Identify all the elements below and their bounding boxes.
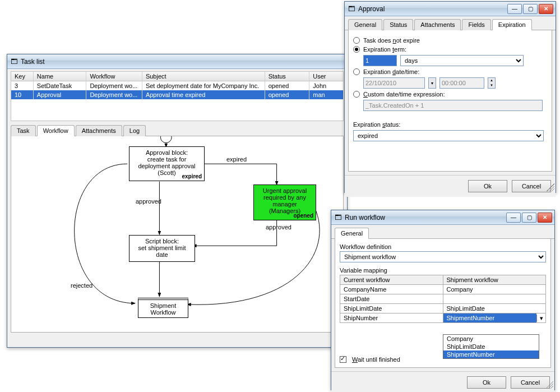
resize-grip[interactable] <box>547 183 554 191</box>
workflow-diagram[interactable]: Approval block: create task for deployme… <box>11 136 344 333</box>
expiration-status-select[interactable]: expired <box>353 130 544 141</box>
node-urgent-approval[interactable]: Urgent approval required by any manager … <box>253 185 316 220</box>
time-spinner[interactable]: ▲▼ <box>488 77 496 89</box>
dropdown-option[interactable]: ShipmentNumber <box>443 351 539 358</box>
varmap-row[interactable]: StartDate <box>340 294 546 304</box>
cancel-button[interactable]: Cancel <box>512 180 551 192</box>
varmap-selected-value: ShipmentNumber <box>443 313 537 322</box>
varmap-cell-left: StartDate <box>340 294 443 304</box>
time-input[interactable] <box>439 77 484 89</box>
close-button[interactable]: ✕ <box>538 213 552 223</box>
run-workflow-title: Run workflow <box>345 214 506 222</box>
radio-datetime[interactable] <box>353 68 360 75</box>
col-key[interactable]: Key <box>11 72 34 81</box>
approval-tabstrip: General Status Attachments Fields Expira… <box>345 16 556 30</box>
resize-grip[interactable] <box>545 381 553 389</box>
varmap-row[interactable]: CompanyName Company <box>340 285 546 294</box>
run-workflow-pane: Workflow definition Shipment workflow Va… <box>335 239 551 368</box>
node-line: set shipment limit <box>138 245 186 251</box>
expiration-pane: Task does not expire Expiration term: da… <box>348 30 552 172</box>
cell-workflow: Deployment wo... <box>86 81 142 90</box>
varmap-row[interactable]: ShipLimitDate ShipLimitDate <box>340 304 546 313</box>
cell-subject: Approval time expired <box>142 90 265 99</box>
varmap-cell-right[interactable] <box>443 294 546 304</box>
varmap-cell-right[interactable]: Company <box>443 285 546 294</box>
label-workflow-definition: Workflow definition <box>340 243 546 250</box>
wait-checkbox[interactable] <box>340 356 346 363</box>
tab-expiration[interactable]: Expiration <box>492 19 532 30</box>
cancel-button[interactable]: Cancel <box>511 376 550 389</box>
task-list-titlebar[interactable]: 🗔 Task list <box>7 54 347 69</box>
label-wait: Wait until finished <box>352 356 400 363</box>
tab-log[interactable]: Log <box>123 125 146 136</box>
cell-subject: Set deployment date for MyCompany Inc. <box>142 81 265 90</box>
varmap-cell-left: CompanyName <box>340 285 443 294</box>
cell-workflow: Deployment wo... <box>86 90 142 99</box>
approval-buttons: Ok Cancel <box>345 175 556 197</box>
node-line: create task for <box>147 156 187 163</box>
col-user[interactable]: User <box>309 72 343 81</box>
dropdown-option[interactable]: Company <box>443 335 539 343</box>
tab-fields[interactable]: Fields <box>462 19 490 30</box>
minimize-button[interactable]: — <box>507 4 522 14</box>
custom-expression-input[interactable] <box>363 100 543 111</box>
label-not-expire: Task does not expire <box>363 37 420 44</box>
varmap-cell-left: ShipNumber <box>340 313 443 323</box>
varmap-dropdown[interactable]: Company ShipLimitDate ShipmentNumber <box>443 334 539 359</box>
varmap-cell-right[interactable]: ShipLimitDate <box>443 304 546 313</box>
varmap-row[interactable]: ShipNumber ShipmentNumber ▾ <box>340 313 546 323</box>
ok-button[interactable]: Ok <box>468 180 507 192</box>
col-subject[interactable]: Subject <box>142 72 265 81</box>
node-approval-block[interactable]: Approval block: create task for deployme… <box>129 146 205 181</box>
task-grid-header: Key Name Workflow Subject Status User <box>11 72 343 81</box>
varmap-cell-right-active[interactable]: ShipmentNumber ▾ <box>443 313 546 323</box>
approval-title: Approval <box>358 5 507 13</box>
node-line: Workflow <box>150 309 175 316</box>
col-workflow[interactable]: Workflow <box>86 72 142 81</box>
tab-general[interactable]: General <box>335 228 369 239</box>
cell-name: Approval <box>34 90 87 99</box>
tab-workflow[interactable]: Workflow <box>37 125 75 136</box>
svg-point-0 <box>160 136 172 143</box>
cell-user: John <box>309 81 343 90</box>
tab-task[interactable]: Task <box>11 125 36 136</box>
dropdown-option[interactable]: ShipLimitDate <box>443 343 539 351</box>
tab-status[interactable]: Status <box>383 19 413 30</box>
node-script-block[interactable]: Script block: set shipment limit date <box>129 235 195 262</box>
node-line: Urgent approval <box>263 187 307 194</box>
radio-not-expire[interactable] <box>353 37 360 44</box>
close-button[interactable]: ✕ <box>539 4 553 14</box>
label-custom: Custom date/time expression: <box>363 91 445 98</box>
radio-term[interactable] <box>353 46 360 53</box>
node-line: (Scott) <box>158 169 175 176</box>
term-value-input[interactable] <box>363 55 397 66</box>
tab-general[interactable]: General <box>348 19 382 30</box>
run-workflow-titlebar[interactable]: 🗔 Run workflow — ▢ ✕ <box>331 210 554 225</box>
node-state: expired <box>182 173 202 179</box>
dialog-icon: 🗔 <box>334 213 343 222</box>
varmap-header-right[interactable]: Shipment workflow <box>443 275 546 285</box>
node-line: date <box>156 251 168 258</box>
maximize-button[interactable]: ▢ <box>522 213 536 223</box>
maximize-button[interactable]: ▢ <box>523 4 538 14</box>
date-input[interactable] <box>363 77 425 89</box>
col-name[interactable]: Name <box>34 72 87 81</box>
radio-custom[interactable] <box>353 91 360 98</box>
edge-label-approved: approved <box>136 198 161 205</box>
run-workflow-tabstrip: General <box>331 225 554 239</box>
node-shipment-workflow[interactable]: Shipment Workflow <box>138 298 188 318</box>
date-picker-button[interactable]: ▾ <box>428 77 436 89</box>
varmap-header-left[interactable]: Current workflow <box>340 275 443 285</box>
approval-titlebar[interactable]: 🗔 Approval — ▢ ✕ <box>345 2 556 16</box>
task-row[interactable]: 3 SetDateTask Deployment wo... Set deplo… <box>11 81 343 90</box>
ok-button[interactable]: Ok <box>467 376 506 389</box>
term-unit-select[interactable]: days <box>400 55 524 66</box>
tab-attachments[interactable]: Attachments <box>76 125 122 136</box>
task-list-window: 🗔 Task list Key Name Workflow Subject St… <box>7 54 348 348</box>
workflow-definition-select[interactable]: Shipment workflow <box>340 251 546 262</box>
minimize-button[interactable]: — <box>506 213 521 223</box>
task-row[interactable]: 10 Approval Deployment wo... Approval ti… <box>11 90 343 99</box>
tab-attachments[interactable]: Attachments <box>414 19 461 30</box>
col-status[interactable]: Status <box>265 72 310 81</box>
chevron-down-icon[interactable]: ▾ <box>536 315 545 322</box>
